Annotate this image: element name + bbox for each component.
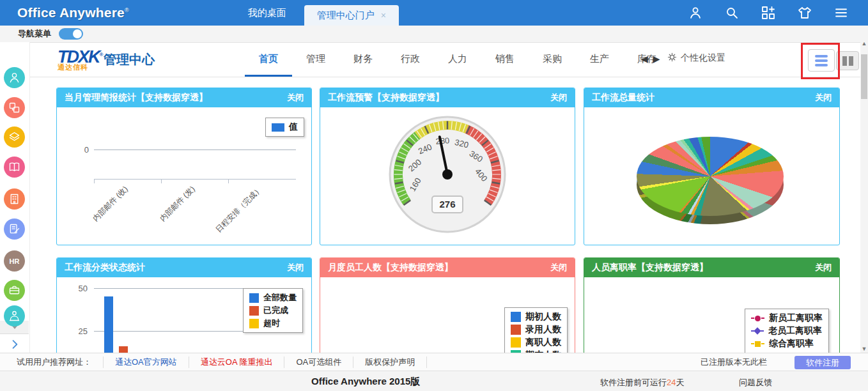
card-close-button[interactable]: 关闭 [550, 92, 567, 103]
legend-item: 全部数量 [249, 292, 297, 303]
legend-swatch [511, 337, 521, 348]
chart-legend: 全部数量已完成超时 [243, 288, 303, 333]
sidebar-layers-icon[interactable] [4, 126, 25, 148]
sidebar-expand-button[interactable] [0, 336, 29, 353]
marker-dash [761, 343, 764, 344]
legend-swatch [249, 306, 259, 316]
tdxk-logo: TDXK® 通达信科 [58, 47, 100, 72]
x-axis-tick [94, 179, 95, 183]
sidebar-user-icon[interactable] [4, 67, 25, 88]
footer-link-1[interactable]: 通达云OA 隆重推出 [189, 356, 285, 368]
legend-label: 老员工离职率 [768, 325, 822, 337]
scroll-down-arrow[interactable]: ▼ [860, 345, 868, 353]
sidebar-desk-user-icon[interactable] [4, 305, 25, 326]
feedback-link[interactable]: 问题反馈 [739, 377, 772, 388]
topbar-tab-1[interactable]: 管理中心门户× [304, 5, 399, 26]
nav-menu-row: 导航菜单 [0, 26, 868, 43]
list-view-icon [815, 53, 828, 68]
sidebar-document-edit-icon[interactable] [4, 218, 25, 240]
scroll-up-arrow[interactable]: ▲ [860, 40, 868, 47]
footer-link-bar: 试用用户推荐网址： 通达OA官方网站通达云OA 隆重推出OA可选组件版权保护声明… [0, 353, 868, 371]
topbar-search-icon[interactable] [724, 5, 740, 20]
nav-next-arrow[interactable]: ▶ [653, 54, 660, 64]
nav-item-采购[interactable]: 采购 [529, 43, 576, 77]
y-axis-tick: 0 [75, 145, 89, 155]
legend-swatch [272, 123, 284, 132]
nav-item-行政[interactable]: 行政 [387, 43, 434, 77]
topbar-tab-0[interactable]: 我的桌面 [230, 0, 304, 26]
nav-prev-arrow[interactable]: ◀ [641, 54, 648, 64]
user-icon [688, 5, 703, 20]
footer-link-2[interactable]: OA可选组件 [284, 356, 353, 368]
card-title: 当月管理简报统计【支持数据穿透】 [65, 92, 208, 103]
sidebar-building-icon[interactable] [4, 188, 25, 210]
personalize-label: 个性化设置 [681, 52, 725, 64]
footer-link-0[interactable]: 通达OA官方网站 [104, 356, 189, 368]
x-axis-tick [228, 179, 229, 183]
nav-menu-toggle[interactable] [59, 28, 83, 40]
pie-surface [637, 137, 784, 216]
tab-close-icon[interactable]: × [381, 10, 386, 20]
card-title: 人员离职率【支持数据穿透】 [592, 262, 708, 273]
card-title: 工作流预警【支持数据穿透】 [328, 92, 444, 103]
chevron-right-icon [8, 338, 21, 351]
page-title: 管理中心 [104, 51, 155, 68]
nav-item-人力[interactable]: 人力 [434, 43, 481, 77]
scrollbar-thumb[interactable] [861, 54, 867, 99]
book-icon [8, 160, 21, 174]
column-view-button[interactable] [836, 51, 859, 70]
legend-item: 期初人数 [511, 311, 561, 323]
workflow-pie-chart [637, 137, 784, 224]
building-icon [8, 192, 21, 206]
card-chart-area: 160200240280320360400276 [320, 107, 575, 245]
card-close-button[interactable]: 关闭 [815, 92, 832, 103]
legend-item: 综合离职率 [751, 338, 823, 349]
card-close-button[interactable]: 关闭 [287, 262, 304, 273]
legend-swatch [511, 325, 521, 335]
x-category-label: 日程安排（完成） [189, 184, 265, 245]
y-axis-tick: 50 [71, 284, 88, 293]
chart-legend: 新员工离职率老员工离职率综合离职率 [745, 309, 829, 353]
card-workflow-total: 工作流总量统计关闭 [584, 88, 840, 245]
marker-dash [751, 343, 754, 344]
nav-item-财务[interactable]: 财务 [339, 43, 387, 77]
card-chart-area [584, 107, 839, 245]
card-close-button[interactable]: 关闭 [287, 92, 304, 103]
personalize-settings[interactable]: 个性化设置 [667, 52, 725, 65]
sidebar-hr-icon[interactable]: HR [4, 250, 25, 272]
legend-marker [751, 328, 764, 334]
marker-dash [751, 318, 754, 319]
trial-countdown: 软件注册前可运行24天 [600, 377, 684, 388]
chart-legend: 值 [265, 118, 304, 137]
x-category-label: 内部邮件 (发) [122, 184, 198, 245]
portal-header: TDXK® 通达信科 管理中心 首页管理财务行政人力销售采购生产库存 ◀ ▶ 个… [0, 43, 868, 77]
legend-label: 值 [289, 121, 298, 133]
legend-swatch [249, 319, 259, 328]
topbar-apps-icon[interactable] [761, 5, 776, 20]
nav-item-销售[interactable]: 销售 [481, 43, 529, 77]
sidebar-book-icon[interactable] [4, 157, 25, 178]
sidebar-workflow-icon[interactable] [4, 97, 25, 118]
list-view-button[interactable] [808, 49, 835, 72]
topbar-menu-icon[interactable] [833, 5, 849, 20]
card-workflow-warning: 工作流预警【支持数据穿透】关闭 160200240280320360400276 [320, 88, 575, 245]
card-close-button[interactable]: 关闭 [815, 262, 832, 273]
footer-link-3[interactable]: 版权保护声明 [353, 356, 427, 368]
marker-square [755, 341, 761, 347]
topbar-theme-icon[interactable] [797, 5, 812, 20]
sidebar-briefcase-icon[interactable] [4, 280, 25, 301]
legend-label: 离职人数 [525, 337, 561, 348]
nav-item-管理[interactable]: 管理 [292, 43, 339, 77]
registered-mark: ® [125, 7, 129, 13]
card-close-button[interactable]: 关闭 [550, 262, 567, 273]
column-view-icon [842, 56, 853, 66]
nav-item-首页[interactable]: 首页 [245, 43, 292, 77]
x-category-label: 内部邮件 (收) [56, 184, 130, 245]
legend-item: 值 [272, 121, 298, 133]
software-register-button[interactable]: 软件注册 [794, 356, 851, 369]
nav-item-生产[interactable]: 生产 [576, 43, 623, 77]
nav-menu-label: 导航菜单 [18, 28, 51, 40]
vertical-scrollbar[interactable]: ▲ ▼ [860, 40, 868, 353]
topbar-user-icon[interactable] [688, 5, 703, 20]
legend-item: 老员工离职率 [751, 325, 823, 337]
